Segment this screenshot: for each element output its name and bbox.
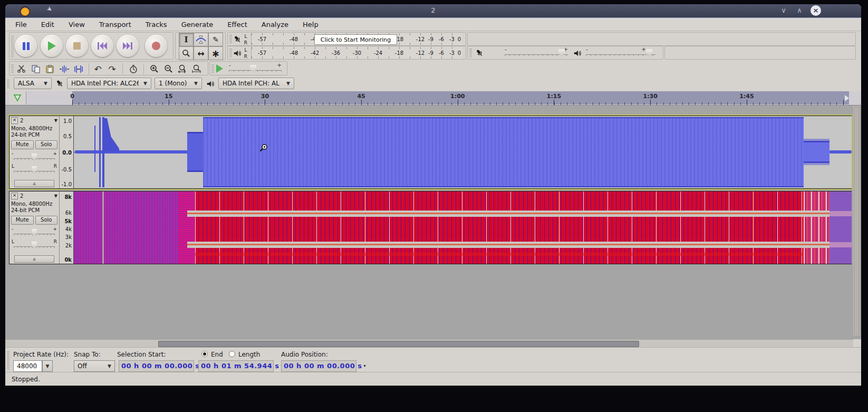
end-radio-label[interactable]: End bbox=[211, 351, 223, 358]
selection-start-field[interactable]: 00 h 00 m 00.000 s ▾ bbox=[119, 360, 194, 372]
play-button[interactable] bbox=[41, 35, 63, 57]
vertical-scale-waveform[interactable]: 1.0 0.5 0.0 -0.5 -1.0 bbox=[60, 116, 74, 188]
undo-button[interactable]: ↶ bbox=[91, 63, 104, 75]
track-title[interactable]: 2 bbox=[20, 193, 53, 199]
track-close-button[interactable]: × bbox=[11, 117, 18, 124]
monitoring-tooltip[interactable]: Click to Start Monitoring bbox=[314, 34, 397, 45]
copy-button[interactable] bbox=[29, 63, 42, 75]
pause-button[interactable] bbox=[15, 35, 37, 57]
skip-to-start-button[interactable] bbox=[91, 35, 113, 57]
trim-audio-button[interactable] bbox=[57, 63, 71, 75]
track-waveform[interactable]: × 2 ▼ Mono, 48000Hz 24-bit PCM Mute Solo… bbox=[9, 116, 852, 189]
track-spectrogram[interactable]: × 2 ▼ Mono, 48000Hz 24-bit PCM Mute Solo… bbox=[9, 191, 852, 264]
recording-channels-select[interactable]: 1 (Mono) ▼ bbox=[155, 78, 202, 89]
waveform-display[interactable] bbox=[74, 116, 852, 188]
timeshift-tool-button[interactable]: ↔ bbox=[194, 46, 208, 60]
horizontal-scrollbar[interactable] bbox=[5, 339, 853, 348]
track-format-line1: Mono, 48000Hz bbox=[11, 126, 57, 132]
envelope-tool-button[interactable] bbox=[194, 33, 208, 46]
menu-tracks[interactable]: Tracks bbox=[146, 21, 167, 28]
toolbar-gripper[interactable] bbox=[469, 49, 472, 57]
input-volume-slider[interactable]: - + bbox=[505, 48, 568, 58]
solo-button[interactable]: Solo bbox=[35, 140, 58, 149]
output-volume-slider[interactable]: - + bbox=[586, 48, 655, 58]
redo-button[interactable]: ↷ bbox=[105, 63, 119, 75]
timeline-ruler[interactable]: 0 15 30 45 1:00 1:15 1:30 1:45 bbox=[5, 91, 861, 106]
recording-device-select[interactable]: HDA Intel PCH: ALC26 ▼ bbox=[67, 78, 151, 89]
end-radio[interactable] bbox=[201, 351, 208, 357]
sync-lock-button[interactable] bbox=[127, 63, 140, 75]
toolbar-gripper[interactable] bbox=[11, 35, 14, 57]
play-at-speed-button[interactable] bbox=[216, 64, 223, 73]
toolbar-gripper[interactable] bbox=[7, 351, 9, 369]
toolbar-gripper[interactable] bbox=[7, 79, 9, 88]
gain-slider[interactable]: - + bbox=[11, 152, 57, 162]
cut-button[interactable] bbox=[15, 63, 28, 75]
selection-end-field[interactable]: 00 h 01 m 54.944 s ▾ bbox=[198, 360, 274, 372]
project-rate-dropdown[interactable]: ▼ bbox=[42, 360, 53, 372]
menu-transport[interactable]: Transport bbox=[99, 21, 131, 28]
record-meter-scale[interactable]: -57 -48 -42 -36 -30 -24 -18 -12 -9 -6 -3… bbox=[251, 33, 462, 45]
track-control-panel[interactable]: × 2 ▼ Mono, 48000Hz 24-bit PCM Mute Solo… bbox=[9, 191, 60, 264]
toolbar-gripper[interactable] bbox=[11, 64, 14, 73]
zoom-in-button[interactable] bbox=[148, 63, 161, 75]
vertical-scrollbar[interactable] bbox=[853, 106, 860, 336]
stop-button[interactable] bbox=[66, 35, 88, 57]
toolbar-gripper[interactable] bbox=[229, 35, 232, 43]
menu-generate[interactable]: Generate bbox=[181, 21, 214, 28]
solo-button[interactable]: Solo bbox=[35, 216, 58, 225]
selection-tool-button[interactable]: I bbox=[179, 33, 194, 46]
collapse-track-button[interactable]: ▲ bbox=[14, 180, 54, 187]
menu-file[interactable]: File bbox=[15, 21, 27, 28]
toolbar-row-1: I ✎ ↔ ∗ L R -57 -48 bbox=[5, 31, 861, 61]
vertical-scrollbar-thumb[interactable] bbox=[854, 107, 859, 335]
length-radio-label[interactable]: Length bbox=[238, 351, 260, 358]
play-meter-scale[interactable]: -57 -48 -42 -36 -30 -24 -18 -12 -9 -6 -3… bbox=[251, 47, 462, 59]
length-radio[interactable] bbox=[229, 351, 235, 357]
speaker-icon[interactable] bbox=[233, 50, 242, 57]
skip-to-end-button[interactable] bbox=[117, 35, 139, 57]
pan-slider[interactable]: L R bbox=[11, 240, 57, 250]
playback-speed-slider[interactable]: - + bbox=[229, 64, 282, 73]
quick-play-pin[interactable] bbox=[9, 91, 26, 104]
track-menu-dropdown[interactable]: ▼ bbox=[54, 194, 57, 198]
menu-view[interactable]: View bbox=[69, 21, 85, 28]
track-close-button[interactable]: × bbox=[11, 193, 18, 199]
menu-effect[interactable]: Effect bbox=[227, 21, 247, 28]
audio-host-select[interactable]: ALSA ▼ bbox=[14, 78, 52, 89]
horizontal-scrollbar-thumb[interactable] bbox=[158, 341, 639, 347]
draw-tool-button[interactable]: ✎ bbox=[208, 33, 223, 46]
zoom-out-button[interactable] bbox=[162, 63, 175, 75]
collapse-track-button[interactable]: ▲ bbox=[14, 255, 54, 263]
spectrogram-display[interactable] bbox=[74, 191, 852, 264]
paste-button[interactable] bbox=[43, 63, 56, 75]
maximize-button[interactable]: ∧ bbox=[795, 6, 804, 14]
multi-tool-button[interactable]: ∗ bbox=[208, 46, 223, 60]
fit-selection-button[interactable] bbox=[176, 63, 189, 75]
toolbar-gripper[interactable] bbox=[211, 64, 214, 73]
playback-device-select[interactable]: HDA Intel PCH: AL ▼ bbox=[218, 78, 294, 89]
microphone-icon[interactable] bbox=[233, 35, 242, 44]
fit-project-button[interactable] bbox=[190, 63, 204, 75]
minimize-button[interactable]: ∨ bbox=[779, 6, 788, 14]
tracks-panel[interactable]: × 2 ▼ Mono, 48000Hz 24-bit PCM Mute Solo… bbox=[5, 106, 861, 339]
track-control-panel[interactable]: × 2 ▼ Mono, 48000Hz 24-bit PCM Mute Solo… bbox=[9, 116, 60, 188]
snap-to-select[interactable]: Off ▼ bbox=[74, 360, 115, 372]
toolbar-gripper[interactable] bbox=[229, 49, 232, 57]
gain-slider[interactable]: - + bbox=[11, 227, 57, 237]
zoom-tool-button[interactable] bbox=[179, 46, 194, 60]
menu-analyze[interactable]: Analyze bbox=[262, 21, 288, 28]
pan-slider[interactable]: L R bbox=[11, 165, 57, 175]
vertical-scale-spectrogram[interactable]: 8k 6k 5k 4k 3k 2k 0k bbox=[60, 191, 74, 264]
mute-button[interactable]: Mute bbox=[11, 216, 34, 225]
track-menu-dropdown[interactable]: ▼ bbox=[54, 118, 57, 123]
silence-audio-button[interactable] bbox=[72, 63, 85, 75]
mute-button[interactable]: Mute bbox=[11, 140, 34, 149]
menu-edit[interactable]: Edit bbox=[41, 21, 54, 28]
track-title[interactable]: 2 bbox=[20, 118, 53, 123]
menu-help[interactable]: Help bbox=[303, 21, 319, 28]
record-button[interactable] bbox=[145, 35, 167, 57]
close-button[interactable]: × bbox=[811, 5, 821, 16]
project-rate-select[interactable]: 48000 bbox=[13, 360, 42, 372]
audio-position-field[interactable]: 00 h 00 m 00.000 s ▾ bbox=[281, 360, 356, 372]
